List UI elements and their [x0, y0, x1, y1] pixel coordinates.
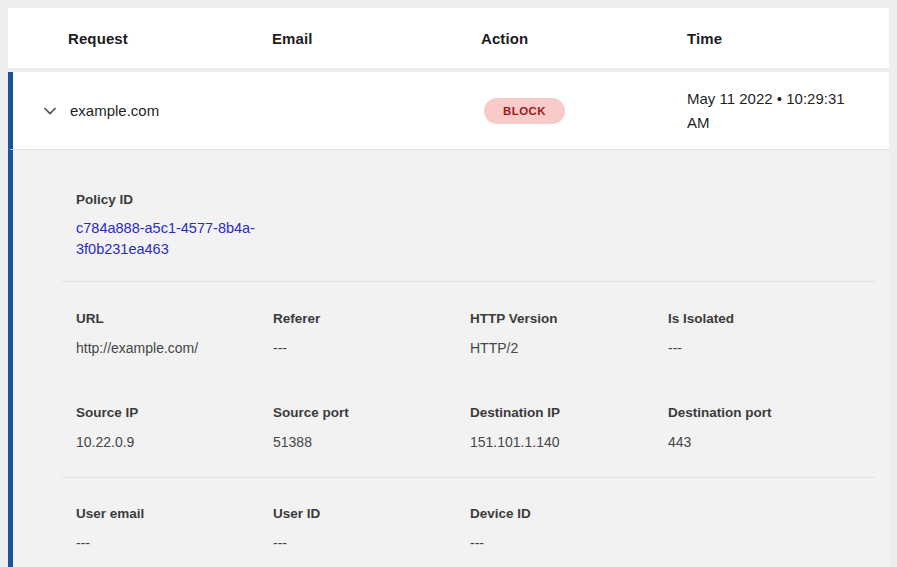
- log-table-card: Request Email Action Time example.com BL…: [8, 8, 889, 567]
- field-user-id: User ID ---: [273, 504, 470, 553]
- field-value: http://example.com/: [76, 338, 273, 358]
- field-destination-port: Destination port 443: [668, 403, 865, 452]
- log-row-expanded[interactable]: example.com BLOCK May 11 2022 • 10:29:31…: [8, 72, 889, 150]
- field-label: URL: [76, 309, 273, 329]
- field-value: 10.22.0.9: [76, 432, 273, 452]
- column-header-request: Request: [68, 30, 272, 47]
- field-label: Source IP: [76, 403, 273, 423]
- field-http-version: HTTP Version HTTP/2: [470, 309, 668, 358]
- table-header-row: Request Email Action Time: [8, 8, 889, 68]
- request-hostname: example.com: [70, 102, 484, 119]
- field-label: HTTP Version: [470, 309, 668, 329]
- action-cell: BLOCK: [484, 98, 687, 124]
- field-value: 51388: [273, 432, 470, 452]
- section-divider: [62, 281, 875, 282]
- field-label: Source port: [273, 403, 470, 423]
- field-source-ip: Source IP 10.22.0.9: [76, 403, 273, 452]
- column-header-time: Time: [687, 30, 889, 47]
- field-label: User email: [76, 504, 273, 524]
- field-label: Device ID: [470, 504, 668, 524]
- policy-id-label: Policy ID: [76, 190, 296, 210]
- policy-id-block: Policy ID c784a888-a5c1-4577-8b4a-3f0b23…: [76, 190, 296, 260]
- field-label: Referer: [273, 309, 470, 329]
- field-empty: [668, 504, 865, 553]
- field-label: User ID: [273, 504, 470, 524]
- detail-row-user: User email --- User ID --- Device ID ---: [76, 504, 865, 553]
- field-value: ---: [273, 533, 470, 553]
- field-is-isolated: Is Isolated ---: [668, 309, 865, 358]
- field-user-email: User email ---: [76, 504, 273, 553]
- field-value: ---: [470, 533, 668, 553]
- field-label: Destination IP: [470, 403, 668, 423]
- field-destination-ip: Destination IP 151.101.1.140: [470, 403, 668, 452]
- detail-row-http: URL http://example.com/ Referer --- HTTP…: [76, 309, 865, 358]
- expanded-detail-panel: Policy ID c784a888-a5c1-4577-8b4a-3f0b23…: [8, 150, 889, 567]
- field-value: 443: [668, 432, 865, 452]
- field-value: 151.101.1.140: [470, 432, 668, 452]
- field-label: Destination port: [668, 403, 865, 423]
- request-timestamp: May 11 2022 • 10:29:31 AM: [687, 87, 865, 135]
- status-badge-block: BLOCK: [484, 98, 565, 124]
- field-value: HTTP/2: [470, 338, 668, 358]
- field-source-port: Source port 51388: [273, 403, 470, 452]
- field-label: Is Isolated: [668, 309, 865, 329]
- field-value: ---: [668, 338, 865, 358]
- chevron-down-icon[interactable]: [42, 103, 70, 119]
- field-device-id: Device ID ---: [470, 504, 668, 553]
- detail-row-network: Source IP 10.22.0.9 Source port 51388 De…: [76, 403, 865, 452]
- policy-id-link[interactable]: c784a888-a5c1-4577-8b4a-3f0b231ea463: [76, 218, 273, 260]
- column-header-action: Action: [481, 30, 687, 47]
- column-header-email: Email: [272, 30, 481, 47]
- field-referer: Referer ---: [273, 309, 470, 358]
- field-value: ---: [273, 338, 470, 358]
- field-url: URL http://example.com/: [76, 309, 273, 358]
- field-value: ---: [76, 533, 273, 553]
- section-divider: [62, 477, 875, 478]
